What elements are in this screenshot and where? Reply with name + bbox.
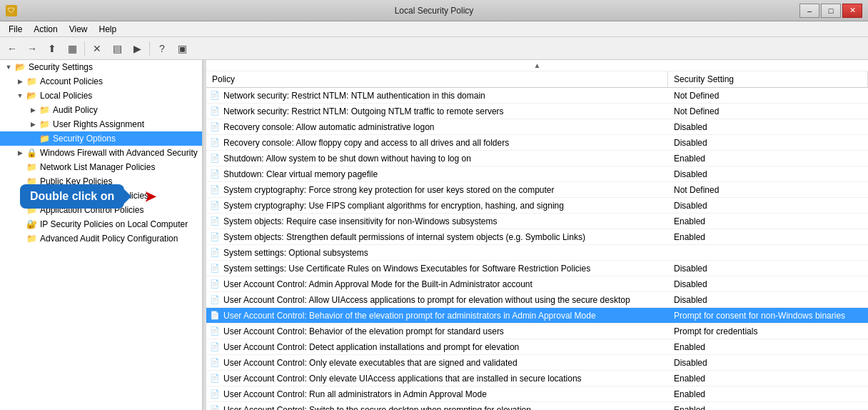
policy-name: User Account Control: Detect application… [223,342,668,352]
policy-row[interactable]: 📄User Account Control: Only elevate exec… [206,355,868,371]
tree-item-network-list[interactable]: 📁Network List Manager Policies [0,160,202,174]
folder-icon-network-list: 📁 [26,161,37,173]
tree-item-account-policies[interactable]: ▶📁Account Policies [0,74,202,89]
policy-row[interactable]: 📄System cryptography: Force strong key p… [206,182,868,198]
policy-icon: 📄 [206,374,223,383]
policy-setting: Disabled [668,358,868,368]
tree-label-security-options: Security Options [53,134,116,144]
scroll-arrow-top: ▲ [206,60,868,71]
tree-label-audit-policy: Audit Policy [53,105,98,115]
policy-row[interactable]: 📄User Account Control: Allow UIAccess ap… [206,292,868,308]
policy-icon: 📄 [206,389,223,399]
expand-icon-audit-policy: ▶ [27,104,39,116]
policy-row[interactable]: 📄Network security: Restrict NTLM: NTLM a… [206,88,868,104]
tree-item-advanced-audit[interactable]: 📁Advanced Audit Policy Configuration [0,231,202,246]
policy-icon: 📄 [206,358,223,367]
tree-item-ip-security[interactable]: 🔐IP Security Policies on Local Computer [0,217,202,231]
policy-name: User Account Control: Only elevate UIAcc… [223,374,668,384]
policy-name: User Account Control: Switch to the secu… [223,405,668,411]
policy-setting: Not Defined [668,106,868,116]
tree-item-security-settings[interactable]: ▼📂Security Settings [0,60,202,74]
expand-icon-account-policies: ▶ [14,76,26,87]
tree-item-local-policies[interactable]: ▼📂Local Policies [0,89,202,103]
title-bar: 🛡 Local Security Policy – □ ✕ [0,0,868,21]
tree-container: ▼📂Security Settings▶📁Account Policies▼📂L… [0,60,202,246]
policy-setting: Enabled [668,342,868,352]
policy-row[interactable]: 📄User Account Control: Behavior of the e… [206,324,868,339]
policy-name: Network security: Restrict NTLM: NTLM au… [223,91,668,101]
close-button[interactable]: ✕ [842,4,862,18]
maximize-button[interactable]: □ [821,4,841,18]
policy-icon: 📄 [206,279,223,289]
policy-icon: 📄 [206,216,223,226]
policy-name: Network security: Restrict NTLM: Outgoin… [223,106,668,116]
tree-item-security-options[interactable]: 📁Security Options [0,131,202,146]
toolbar-extra[interactable]: ▣ [173,40,191,57]
expand-icon-windows-firewall: ▶ [14,147,26,159]
policy-row[interactable]: 📄Recovery console: Allow floppy copy and… [206,135,868,151]
policy-name: Shutdown: Allow system to be shut down w… [223,154,668,164]
policy-row[interactable]: 📄System objects: Strengthen default perm… [206,229,868,245]
policy-setting: Enabled [668,216,868,226]
policy-row[interactable]: 📄User Account Control: Admin Approval Mo… [206,276,868,292]
policy-icon: 📄 [206,122,223,131]
list-header: Policy Security Setting [206,71,868,88]
policy-name: Recovery console: Allow automatic admini… [223,122,668,132]
expand-icon-local-policies: ▼ [14,90,26,101]
menu-view[interactable]: View [64,23,94,36]
policy-row[interactable]: 📄User Account Control: Switch to the sec… [206,402,868,410]
policy-row[interactable]: 📄User Account Control: Behavior of the e… [206,308,868,324]
col-header-policy[interactable]: Policy [206,71,668,87]
policy-setting: Enabled [668,389,868,399]
folder-icon-user-rights: 📁 [39,119,50,130]
policy-icon: 📄 [206,154,223,163]
tree-item-user-rights[interactable]: ▶📁User Rights Assignment [0,117,202,131]
toolbar-show-hide[interactable]: ▦ [63,40,81,57]
menu-help[interactable]: Help [94,23,123,36]
folder-icon-security-options: 📁 [39,133,50,144]
tree-label-windows-firewall: Windows Firewall with Advanced Security [40,148,198,158]
policy-row[interactable]: 📄System objects: Require case insensitiv… [206,214,868,229]
policy-row[interactable]: 📄Shutdown: Clear virtual memory pagefile… [206,166,868,182]
expand-icon-user-rights: ▶ [27,119,39,130]
policy-icon: 📄 [206,405,223,410]
callout-bubble: Double click on ➤ [20,184,124,209]
policy-row[interactable]: 📄User Account Control: Detect applicatio… [206,339,868,355]
menu-action[interactable]: Action [28,23,63,36]
policy-icon: 📄 [206,295,223,304]
col-header-setting[interactable]: Security Setting [668,71,868,87]
policy-row[interactable]: 📄System settings: Use Certificate Rules … [206,261,868,276]
policy-icon: 📄 [206,138,223,147]
toolbar-run[interactable]: ▶ [128,40,146,57]
folder-icon-local-policies: 📂 [26,90,37,101]
minimize-button[interactable]: – [799,4,819,18]
policy-name: System cryptography: Use FIPS compliant … [223,201,668,211]
policy-row[interactable]: 📄Shutdown: Allow system to be shut down … [206,151,868,166]
policy-row[interactable]: 📄User Account Control: Only elevate UIAc… [206,371,868,386]
policy-row[interactable]: 📄System cryptography: Use FIPS compliant… [206,198,868,214]
toolbar: ← → ⬆ ▦ ✕ ▤ ▶ ? ▣ [0,37,868,60]
tree-label-account-policies: Account Policies [40,76,103,86]
menu-file[interactable]: File [3,23,28,36]
left-panel: ▼📂Security Settings▶📁Account Policies▼📂L… [0,60,203,410]
toolbar-up[interactable]: ⬆ [43,40,61,57]
policy-setting: Prompt for consent for non-Windows binar… [668,311,868,321]
policy-row[interactable]: 📄Network security: Restrict NTLM: Outgoi… [206,104,868,119]
toolbar-forward[interactable]: → [23,40,41,57]
policy-name: User Account Control: Behavior of the el… [223,311,668,321]
toolbar-help[interactable]: ? [153,40,171,57]
policy-setting: Disabled [668,138,868,148]
tree-item-audit-policy[interactable]: ▶📁Audit Policy [0,103,202,117]
tree-item-windows-firewall[interactable]: ▶🔒Windows Firewall with Advanced Securit… [0,146,202,160]
tree-label-ip-security: IP Security Policies on Local Computer [40,219,188,229]
app-icon: 🛡 [6,5,17,16]
toolbar-delete[interactable]: ✕ [88,40,106,57]
policy-setting: Disabled [668,122,868,132]
toolbar-properties[interactable]: ▤ [108,40,126,57]
policy-row[interactable]: 📄System settings: Optional subsystems [206,245,868,261]
policy-row[interactable]: 📄User Account Control: Run all administr… [206,386,868,402]
policy-row[interactable]: 📄Recovery console: Allow automatic admin… [206,119,868,135]
policy-icon: 📄 [206,91,223,100]
toolbar-back[interactable]: ← [3,40,21,57]
folder-icon-windows-firewall: 🔒 [26,147,37,159]
